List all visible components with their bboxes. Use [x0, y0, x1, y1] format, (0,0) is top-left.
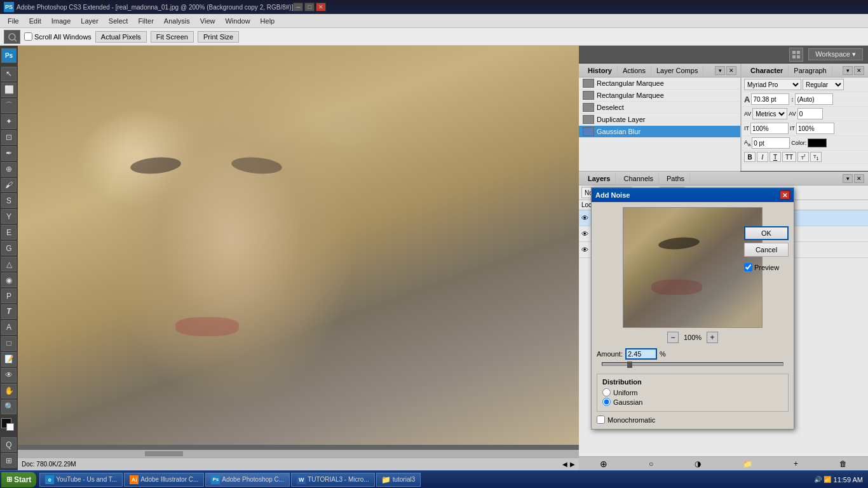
- taskbar-tray[interactable]: 🔊 📶: [814, 476, 831, 483]
- leading-input[interactable]: [795, 93, 833, 105]
- gaussian-label[interactable]: Gaussian: [613, 398, 642, 406]
- layer-adjustment-btn[interactable]: ◑: [695, 459, 701, 468]
- lasso-tool[interactable]: ⌒: [1, 98, 17, 113]
- monochromatic-label[interactable]: Monochromatic: [607, 416, 655, 424]
- history-item[interactable]: Rectangular Marquee: [579, 78, 740, 90]
- layers-panel-close[interactable]: ✕: [854, 174, 864, 183]
- menu-view[interactable]: View: [195, 16, 220, 26]
- baseline-input[interactable]: [752, 137, 790, 149]
- fit-screen-button[interactable]: Fit Screen: [151, 31, 194, 43]
- tab-paths[interactable]: Paths: [661, 173, 690, 184]
- scroll-right[interactable]: ▶: [570, 461, 575, 468]
- ps-logo-button[interactable]: Ps: [1, 48, 17, 63]
- char-panel-close[interactable]: ✕: [854, 66, 864, 75]
- print-size-button[interactable]: Print Size: [198, 31, 239, 43]
- notes-tool[interactable]: 📝: [1, 352, 17, 367]
- layer-mask-btn[interactable]: ○: [649, 459, 653, 468]
- maximize-button[interactable]: □: [304, 3, 315, 11]
- brush-tool[interactable]: 🖌: [1, 178, 17, 193]
- blur-tool[interactable]: △: [1, 257, 17, 271]
- tab-layers[interactable]: Layers: [583, 173, 616, 184]
- marquee-tool[interactable]: ⬜: [1, 83, 17, 97]
- hand-tool[interactable]: ✋: [1, 384, 17, 398]
- type-tool[interactable]: T: [1, 304, 17, 319]
- crop-tool[interactable]: ⊡: [1, 130, 17, 145]
- taskbar-item-word[interactable]: W TUTORIAL3 - Micro...: [291, 473, 375, 487]
- layer-styles-btn[interactable]: ⊕: [600, 459, 607, 469]
- close-button[interactable]: ✕: [316, 3, 326, 11]
- menu-layer[interactable]: Layer: [76, 16, 104, 26]
- tab-paragraph[interactable]: Paragraph: [789, 65, 832, 76]
- menu-help[interactable]: Help: [255, 16, 280, 26]
- dodge-tool[interactable]: ◉: [1, 273, 17, 287]
- tool-options-icon[interactable]: [4, 30, 20, 44]
- layer-group-btn[interactable]: 📁: [743, 459, 752, 468]
- zoom-out-btn[interactable]: −: [667, 332, 679, 343]
- font-family-select[interactable]: Myriad Pro: [744, 79, 801, 90]
- history-item[interactable]: Duplicate Layer: [579, 114, 740, 126]
- tab-actions[interactable]: Actions: [618, 65, 651, 76]
- panel-menu-btn[interactable]: ▾: [715, 66, 725, 75]
- dialog-close-btn[interactable]: ✕: [780, 191, 790, 200]
- menu-edit[interactable]: Edit: [24, 16, 46, 26]
- italic-btn[interactable]: I: [757, 152, 768, 162]
- scrollbar-thumb[interactable]: [145, 451, 183, 456]
- menu-select[interactable]: Select: [104, 16, 133, 26]
- history-item[interactable]: Deselect: [579, 102, 740, 114]
- kerning-select[interactable]: Metrics: [752, 108, 787, 119]
- history-item[interactable]: Rectangular Marquee: [579, 90, 740, 102]
- layers-panel-menu[interactable]: ▾: [843, 174, 853, 183]
- hscale-input[interactable]: [796, 123, 834, 134]
- amount-input[interactable]: 2.45: [625, 348, 657, 360]
- menu-window[interactable]: Window: [220, 16, 255, 26]
- layer-visibility-eye[interactable]: 👁: [581, 230, 588, 238]
- history-item-selected[interactable]: Gaussian Blur: [579, 126, 740, 138]
- monochromatic-checkbox[interactable]: [597, 416, 605, 424]
- shape-tool[interactable]: □: [1, 336, 17, 351]
- move-tool[interactable]: ↖: [1, 67, 17, 81]
- quick-mask-btn[interactable]: Q: [1, 437, 17, 452]
- font-size-input[interactable]: [751, 93, 789, 105]
- new-layer-btn[interactable]: +: [794, 459, 798, 468]
- delete-layer-btn[interactable]: 🗑: [839, 459, 847, 468]
- workspace-icon[interactable]: [789, 48, 803, 62]
- layer-visibility-eye[interactable]: 👁: [581, 214, 588, 222]
- tab-channels[interactable]: Channels: [618, 173, 658, 184]
- tracking-input[interactable]: [797, 108, 823, 119]
- horizontal-scrollbar[interactable]: [18, 450, 579, 458]
- char-panel-menu[interactable]: ▾: [843, 66, 853, 75]
- healing-brush-tool[interactable]: ⊕: [1, 162, 17, 177]
- screen-mode-btn[interactable]: ⊞: [1, 453, 17, 468]
- tab-character[interactable]: Character: [745, 65, 789, 76]
- uniform-label[interactable]: Uniform: [613, 389, 638, 396]
- scroll-all-windows-label[interactable]: Scroll All Windows: [24, 32, 92, 41]
- cancel-button[interactable]: Cancel: [744, 243, 789, 257]
- tab-layer-comps[interactable]: Layer Comps: [651, 65, 703, 76]
- background-color[interactable]: [6, 423, 14, 431]
- vscale-input[interactable]: [750, 123, 789, 134]
- sub-btn[interactable]: T1: [810, 152, 822, 162]
- pen-tool[interactable]: P: [1, 288, 17, 303]
- menu-image[interactable]: Image: [46, 16, 76, 26]
- font-style-select[interactable]: Regular: [803, 79, 844, 90]
- history-brush-tool[interactable]: Y: [1, 209, 17, 224]
- color-swatch[interactable]: [808, 139, 827, 147]
- panel-close-btn[interactable]: ✕: [726, 66, 736, 75]
- actual-pixels-button[interactable]: Actual Pixels: [95, 31, 147, 43]
- eraser-tool[interactable]: E: [1, 225, 17, 240]
- uniform-radio[interactable]: [602, 388, 611, 396]
- layer-visibility-eye[interactable]: 👁: [581, 246, 588, 254]
- clone-stamp-tool[interactable]: S: [1, 193, 17, 208]
- sup-btn[interactable]: Tr: [797, 152, 809, 162]
- zoom-tool[interactable]: 🔍: [1, 400, 17, 414]
- path-selection-tool[interactable]: A: [1, 320, 17, 335]
- taskbar-item-folder[interactable]: 📁 tutorial3: [376, 473, 421, 487]
- slider-thumb[interactable]: [627, 362, 632, 368]
- taskbar-item-photoshop[interactable]: Ps Adobe Photoshop C...: [205, 473, 290, 487]
- menu-file[interactable]: File: [3, 16, 24, 26]
- menu-filter[interactable]: Filter: [133, 16, 158, 26]
- start-button[interactable]: ⊞ Start: [1, 472, 36, 487]
- magic-wand-tool[interactable]: ✦: [1, 114, 17, 129]
- workspace-button[interactable]: Workspace ▾: [808, 48, 863, 60]
- menu-analysis[interactable]: Analysis: [159, 16, 195, 26]
